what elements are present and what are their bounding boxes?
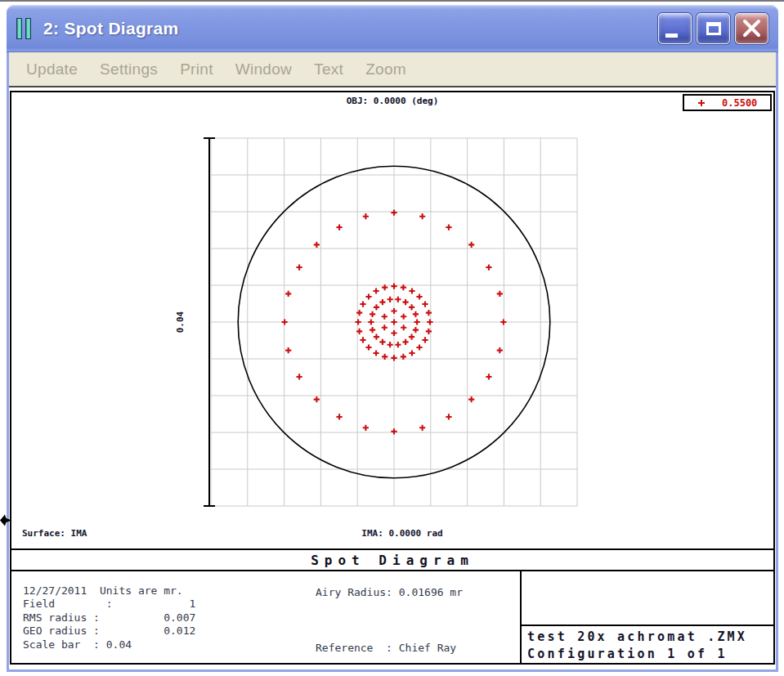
zemax-app-icon [16,17,34,40]
wavelength-value: 0.5500 [722,97,757,109]
plot-frame: 0.04 OBJ: 0.0000 (deg) 0.5500 Surface: I… [10,91,775,665]
plot-content: 0.04 OBJ: 0.0000 (deg) 0.5500 Surface: I… [9,87,776,665]
airy-radius-line: Airy Radius: 0.01696 mr [316,586,520,598]
menu-zoom[interactable]: Zoom [365,60,406,78]
page: 2: Spot Diagram Update Settings P [0,0,784,676]
spot-diagram-plot: 0.04 OBJ: 0.0000 (deg) 0.5500 Surface: I… [11,92,773,548]
spot-diagram-canvas: 0.04 [11,92,773,548]
menu-text[interactable]: Text [314,60,343,78]
reference-line: Reference : Chief Ray [316,642,520,654]
configuration-line: Configuration 1 of 1 [527,646,770,663]
info-panel: 12/27/2011 Units are mr. Field : 1 RMS r… [11,571,773,663]
scale-bar-value-label: 0.04 [175,311,186,333]
date-units-line: 12/27/2011 Units are mr. [23,584,314,598]
statistics-block: 12/27/2011 Units are mr. Field : 1 RMS r… [11,571,314,663]
window-controls [658,13,768,44]
menu-settings[interactable]: Settings [100,60,158,78]
cursor-arrow-icon [0,513,12,527]
close-icon [736,14,768,43]
maximize-icon [706,22,721,35]
close-button[interactable] [735,13,768,44]
title-bar[interactable]: 2: Spot Diagram [7,5,778,52]
minimize-icon [665,34,678,38]
file-info-box: test 20x achromat .ZMX Configuration 1 o… [520,571,773,663]
file-info-empty-cell [522,571,773,625]
scale-bar-line: Scale bar : 0.04 [23,638,314,651]
window-title: 2: Spot Diagram [43,19,179,38]
geo-radius-line: GEO radius : 0.012 [23,625,314,638]
file-info-cell: test 20x achromat .ZMX Configuration 1 o… [522,625,773,663]
plot-title: Spot Diagram [311,553,474,568]
menu-print[interactable]: Print [180,60,213,78]
wavelength-legend: 0.5500 [683,94,772,111]
minimize-button[interactable] [658,13,692,44]
menu-update[interactable]: Update [26,60,78,78]
plus-marker-icon [698,100,705,106]
maximize-button[interactable] [697,13,730,44]
menu-bar: Update Settings Print Window Text Zoom [9,52,776,87]
background-window-edge [0,0,784,2]
lens-file-name: test 20x achromat .ZMX [527,629,770,646]
rms-radius-line: RMS radius : 0.007 [23,611,314,625]
object-field-label: OBJ: 0.0000 (deg) [11,96,773,106]
window-body: Update Settings Print Window Text Zoom 0… [7,52,778,672]
spot-diagram-window: 2: Spot Diagram Update Settings P [7,5,778,672]
airy-reference-block: Airy Radius: 0.01696 mr Reference : Chie… [314,571,520,663]
image-coordinate-label: IMA: 0.0000 rad [11,528,773,539]
menu-window[interactable]: Window [235,60,292,78]
plot-title-band: Spot Diagram [11,548,773,571]
field-line: Field : 1 [23,598,314,611]
